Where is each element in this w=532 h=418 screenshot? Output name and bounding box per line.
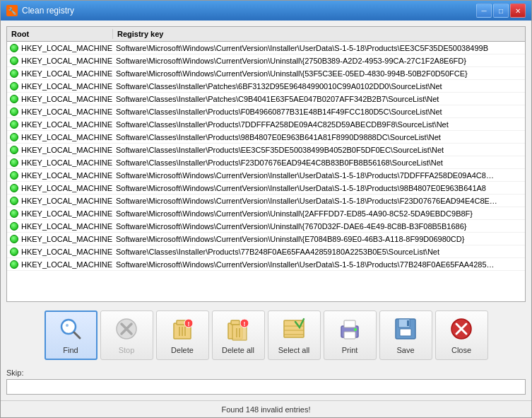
col-root-header: Root xyxy=(7,29,113,39)
cell-root: HKEY_LOCAL_MACHINE xyxy=(7,247,113,257)
registry-table: Root Registry key HKEY_LOCAL_MACHINE Sof… xyxy=(6,26,526,302)
cell-key: Software\Microsoft\Windows\CurrentVersio… xyxy=(113,170,525,180)
status-dot xyxy=(10,235,18,243)
status-dot xyxy=(10,120,18,129)
close-window-button[interactable]: ✕ xyxy=(510,4,526,18)
cell-root: HKEY_LOCAL_MACHINE xyxy=(7,145,113,155)
table-row[interactable]: HKEY_LOCAL_MACHINE Software\Microsoft\Wi… xyxy=(7,54,525,67)
status-dot xyxy=(10,248,18,256)
table-row[interactable]: HKEY_LOCAL_MACHINE Software\Microsoft\Wi… xyxy=(7,182,525,195)
root-value: HKEY_LOCAL_MACHINE xyxy=(21,158,112,167)
cell-root: HKEY_LOCAL_MACHINE xyxy=(7,69,113,79)
cell-root: HKEY_LOCAL_MACHINE xyxy=(7,183,113,193)
save-label: Save xyxy=(396,346,414,354)
cell-root: HKEY_LOCAL_MACHINE xyxy=(7,209,113,219)
cell-root: HKEY_LOCAL_MACHINE xyxy=(7,43,113,53)
status-dot xyxy=(10,57,18,65)
cell-root: HKEY_LOCAL_MACHINE xyxy=(7,56,113,66)
cell-root: HKEY_LOCAL_MACHINE xyxy=(7,120,113,129)
table-row[interactable]: HKEY_LOCAL_MACHINE Software\Classes\Inst… xyxy=(7,93,525,105)
delete-all-icon: ! xyxy=(225,316,251,343)
root-value: HKEY_LOCAL_MACHINE xyxy=(21,69,112,78)
svg-line-2 xyxy=(74,332,80,338)
cell-root: HKEY_LOCAL_MACHINE xyxy=(7,107,113,117)
app-icon: 🔧 xyxy=(6,5,18,16)
table-row[interactable]: HKEY_LOCAL_MACHINE Software\Classes\Inst… xyxy=(7,144,525,156)
cell-root: HKEY_LOCAL_MACHINE xyxy=(7,234,113,244)
cell-key: Software\Microsoft\Windows\CurrentVersio… xyxy=(113,260,525,269)
table-row[interactable]: HKEY_LOCAL_MACHINE Software\Classes\Inst… xyxy=(7,156,525,169)
save-icon xyxy=(393,316,418,343)
cell-key: Software\Microsoft\Windows\CurrentVersio… xyxy=(113,183,525,193)
root-value: HKEY_LOCAL_MACHINE xyxy=(21,120,112,129)
status-dot xyxy=(10,95,18,103)
cell-root: HKEY_LOCAL_MACHINE xyxy=(7,94,113,104)
table-body[interactable]: HKEY_LOCAL_MACHINE Software\Microsoft\Wi… xyxy=(7,42,525,301)
cell-root: HKEY_LOCAL_MACHINE xyxy=(7,260,113,269)
titlebar-controls: ─ □ ✕ xyxy=(476,4,526,18)
status-dot xyxy=(10,260,18,269)
stop-button[interactable]: Stop xyxy=(100,310,153,360)
save-button[interactable]: Save xyxy=(379,310,432,360)
root-value: HKEY_LOCAL_MACHINE xyxy=(21,108,112,116)
stop-label: Stop xyxy=(119,346,135,354)
root-value: HKEY_LOCAL_MACHINE xyxy=(21,209,112,218)
delete-all-button[interactable]: ! Delete all xyxy=(212,310,265,360)
cell-key: Software\Classes\Installer\Products\F23D… xyxy=(113,158,525,168)
status-dot xyxy=(10,184,18,192)
root-value: HKEY_LOCAL_MACHINE xyxy=(21,82,112,91)
close-icon xyxy=(449,316,474,343)
skip-section: Skip: xyxy=(6,368,526,395)
table-header: Root Registry key xyxy=(7,27,525,42)
table-row[interactable]: HKEY_LOCAL_MACHINE Software\Classes\Inst… xyxy=(7,131,525,144)
table-row[interactable]: HKEY_LOCAL_MACHINE Software\Microsoft\Wi… xyxy=(7,42,525,54)
table-row[interactable]: HKEY_LOCAL_MACHINE Software\Classes\Inst… xyxy=(7,80,525,93)
cell-root: HKEY_LOCAL_MACHINE xyxy=(7,158,113,168)
delete-button[interactable]: ! Delete xyxy=(156,310,209,360)
window-title: Clean registry xyxy=(22,6,472,16)
minimize-button[interactable]: ─ xyxy=(476,4,492,18)
root-value: HKEY_LOCAL_MACHINE xyxy=(21,222,112,231)
delete-icon: ! xyxy=(170,316,195,343)
table-row[interactable]: HKEY_LOCAL_MACHINE Software\Microsoft\Wi… xyxy=(7,67,525,80)
table-row[interactable]: HKEY_LOCAL_MACHINE Software\Classes\Inst… xyxy=(7,105,525,118)
table-row[interactable]: HKEY_LOCAL_MACHINE Software\Classes\Inst… xyxy=(7,118,525,131)
cell-key: Software\Microsoft\Windows\CurrentVersio… xyxy=(113,221,525,231)
maximize-button[interactable]: □ xyxy=(493,4,509,18)
print-icon xyxy=(337,316,362,343)
root-value: HKEY_LOCAL_MACHINE xyxy=(21,171,112,180)
cell-key: Software\Microsoft\Windows\CurrentVersio… xyxy=(113,56,525,66)
status-text: Found 148 invalid entries! xyxy=(222,405,311,414)
svg-rect-26 xyxy=(344,332,355,339)
select-all-icon xyxy=(281,316,307,343)
statusbar: Found 148 invalid entries! xyxy=(1,400,531,417)
cell-key: Software\Classes\Installer\Products\77B2… xyxy=(113,247,525,257)
status-dot xyxy=(10,222,18,231)
print-button[interactable]: Print xyxy=(324,310,377,360)
table-row[interactable]: HKEY_LOCAL_MACHINE Software\Microsoft\Wi… xyxy=(7,195,525,207)
cell-root: HKEY_LOCAL_MACHINE xyxy=(7,196,113,206)
find-button[interactable]: Find xyxy=(45,310,97,360)
root-value: HKEY_LOCAL_MACHINE xyxy=(21,260,112,269)
table-row[interactable]: HKEY_LOCAL_MACHINE Software\Microsoft\Wi… xyxy=(7,258,525,271)
toolbar: Find Stop xyxy=(6,306,526,364)
skip-input[interactable] xyxy=(6,379,526,395)
svg-rect-32 xyxy=(407,320,409,326)
main-window: 🔧 Clean registry ─ □ ✕ Root Registry key… xyxy=(0,0,532,418)
find-label: Find xyxy=(63,346,78,354)
table-row[interactable]: HKEY_LOCAL_MACHINE Software\Microsoft\Wi… xyxy=(7,233,525,245)
cell-key: Software\Microsoft\Windows\CurrentVersio… xyxy=(113,196,525,206)
root-value: HKEY_LOCAL_MACHINE xyxy=(21,235,112,243)
table-row[interactable]: HKEY_LOCAL_MACHINE Software\Microsoft\Wi… xyxy=(7,207,525,220)
table-row[interactable]: HKEY_LOCAL_MACHINE Software\Microsoft\Wi… xyxy=(7,220,525,233)
table-row[interactable]: HKEY_LOCAL_MACHINE Software\Microsoft\Wi… xyxy=(7,169,525,182)
close-button[interactable]: Close xyxy=(435,310,488,360)
cell-root: HKEY_LOCAL_MACHINE xyxy=(7,170,113,180)
cell-key: Software\Classes\Installer\Patches\6BF31… xyxy=(113,81,525,91)
select-all-button[interactable]: Select all xyxy=(268,310,321,360)
table-row[interactable]: HKEY_LOCAL_MACHINE Software\Classes\Inst… xyxy=(7,245,525,258)
root-value: HKEY_LOCAL_MACHINE xyxy=(21,248,112,256)
print-label: Print xyxy=(342,346,358,354)
status-dot xyxy=(10,69,18,78)
delete-label: Delete xyxy=(171,346,194,354)
